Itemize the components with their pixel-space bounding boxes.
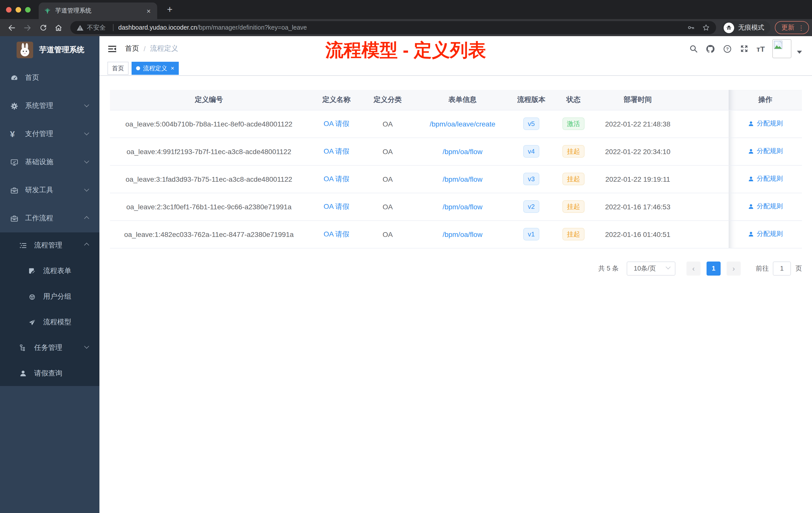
table-header-row: 定义编号定义名称定义分类表单信息流程版本状态部署时间操作 xyxy=(110,90,802,110)
definition-id: oa_leave:4:991f2193-7b7f-11ec-a3c8-acde4… xyxy=(110,138,308,165)
sidebar-item-6[interactable]: 流程管理 xyxy=(0,233,99,258)
maximize-window-button[interactable] xyxy=(25,7,31,12)
font-size-icon[interactable]: тT xyxy=(756,44,765,53)
breadcrumb-home[interactable]: 首页 xyxy=(125,44,139,53)
status-badge: 挂起 xyxy=(562,200,584,213)
sidebar-item-label: 请假查询 xyxy=(34,369,62,378)
form-link[interactable]: /bpm/oa/flow xyxy=(443,203,483,211)
sidebar-item-7[interactable]: 流程表单 xyxy=(0,258,99,283)
url-path: /bpm/manager/definition?key=oa_leave xyxy=(197,24,307,31)
sidebar-item-5[interactable]: 工作流程 xyxy=(0,204,99,233)
bookmark-star-icon[interactable] xyxy=(702,24,710,32)
user-avatar[interactable] xyxy=(772,39,791,58)
deploy-time: 2022-01-16 01:40:51 xyxy=(599,220,676,248)
new-tab-button[interactable]: + xyxy=(164,4,176,16)
definition-id: oa_leave:2:3c1f0ef1-76b1-11ec-9c66-a2380… xyxy=(110,193,308,220)
toolbox-icon xyxy=(10,186,21,194)
assign-rule-link[interactable]: 分配规则 xyxy=(748,175,783,183)
sidebar-item-2[interactable]: ¥支付管理 xyxy=(0,120,99,148)
definition-category: OA xyxy=(365,110,410,138)
password-key-icon[interactable] xyxy=(687,24,695,32)
monitor-icon xyxy=(10,158,21,167)
fullscreen-icon[interactable] xyxy=(740,44,749,53)
form-icon xyxy=(28,267,39,275)
definition-name-link[interactable]: OA 请假 xyxy=(324,175,349,182)
deploy-time: 2022-01-22 20:34:10 xyxy=(599,138,676,165)
sidebar-item-label: 流程管理 xyxy=(34,241,62,250)
tab-close-icon[interactable]: × xyxy=(145,7,152,14)
assign-rule-label: 分配规则 xyxy=(757,119,783,128)
current-page-button[interactable]: 1 xyxy=(706,261,721,275)
sidebar-collapse-icon[interactable] xyxy=(108,44,117,54)
goto-page-input[interactable] xyxy=(773,261,791,275)
next-page-button[interactable]: › xyxy=(727,261,741,275)
form-link[interactable]: /bpm/oa/flow xyxy=(443,147,483,155)
url-domain: dashboard.yudao.iocoder.cn xyxy=(118,24,197,31)
minimize-window-button[interactable] xyxy=(16,7,21,12)
broken-image-icon xyxy=(774,41,782,49)
sidebar-item-9[interactable]: 流程模型 xyxy=(0,309,99,335)
table-header-cell: 定义分类 xyxy=(365,90,410,110)
definition-id: oa_leave:1:482ec033-762a-11ec-8477-a2380… xyxy=(110,220,308,248)
tag-process-definition[interactable]: 流程定义 × xyxy=(132,62,179,75)
form-link[interactable]: /bpm/oa/flow xyxy=(443,175,483,183)
page-size-select[interactable]: 10条/页 xyxy=(627,261,675,275)
address-bar[interactable]: 不安全 dashboard.yudao.iocoder.cn/bpm/manag… xyxy=(70,21,716,34)
home-icon[interactable] xyxy=(51,21,66,35)
search-icon[interactable] xyxy=(689,44,698,53)
prev-page-button[interactable]: ‹ xyxy=(687,261,700,275)
app-logo[interactable]: 芋道管理系统 xyxy=(0,36,99,64)
table-header-cell: 定义编号 xyxy=(110,90,308,110)
sidebar-item-label: 工作流程 xyxy=(25,214,53,223)
assign-rule-link[interactable]: 分配规则 xyxy=(748,202,783,211)
table-row: oa_leave:2:3c1f0ef1-76b1-11ec-9c66-a2380… xyxy=(110,193,802,220)
forward-icon[interactable] xyxy=(20,21,35,35)
table-row-filler xyxy=(676,110,729,138)
tag-home[interactable]: 首页 xyxy=(108,62,128,75)
help-icon[interactable]: ? xyxy=(723,44,732,54)
tag-close-icon[interactable]: × xyxy=(171,65,174,71)
definition-id: oa_leave:5:004b710b-7b8a-11ec-8ef0-acde4… xyxy=(110,110,308,138)
sidebar-item-0[interactable]: 首页 xyxy=(0,64,99,92)
sidebar-item-8[interactable]: 用户分组 xyxy=(0,283,99,309)
chevron-down-icon xyxy=(84,102,89,107)
browser-menu-icon[interactable]: ⋮ xyxy=(798,24,805,31)
url-divider xyxy=(113,24,113,31)
form-link[interactable]: /bpm/oa/flow xyxy=(443,230,483,238)
sidebar-item-4[interactable]: 研发工具 xyxy=(0,176,99,204)
deploy-time: 2022-01-22 21:48:38 xyxy=(599,110,676,138)
definition-id: oa_leave:3:1fad3d93-7b75-11ec-a3c8-acde4… xyxy=(110,165,308,193)
browser-tab[interactable]: 芋道管理系统 × xyxy=(39,2,157,19)
browser-update-button[interactable]: 更新 ⋮ xyxy=(775,21,809,34)
definition-name-link[interactable]: OA 请假 xyxy=(324,147,349,155)
definition-category: OA xyxy=(365,193,410,220)
sidebar-item-1[interactable]: 系统管理 xyxy=(0,92,99,120)
update-label: 更新 xyxy=(781,23,794,32)
sidebar-item-10[interactable]: 任务管理 xyxy=(0,335,99,360)
version-badge: v4 xyxy=(523,145,539,158)
breadcrumb-current: 流程定义 xyxy=(150,44,178,53)
back-icon[interactable] xyxy=(4,21,20,35)
assign-rule-label: 分配规则 xyxy=(757,147,783,156)
definition-name-link[interactable]: OA 请假 xyxy=(324,202,349,210)
navbar: 首页 / 流程定义 流程模型 - 定义列表 ? тT xyxy=(99,36,812,61)
assign-rule-link[interactable]: 分配规则 xyxy=(748,147,783,156)
definition-name-link[interactable]: OA 请假 xyxy=(324,230,349,238)
logo-avatar xyxy=(17,42,33,58)
reload-icon[interactable] xyxy=(35,21,51,35)
version-badge: v5 xyxy=(523,117,539,130)
assign-rule-link[interactable]: 分配规则 xyxy=(748,119,783,128)
close-window-button[interactable] xyxy=(6,7,11,12)
assign-rule-link[interactable]: 分配规则 xyxy=(748,230,783,239)
table-row: oa_leave:1:482ec033-762a-11ec-8477-a2380… xyxy=(110,220,802,248)
tags-view-bar: 首页 流程定义 × xyxy=(99,61,812,76)
definition-name-link[interactable]: OA 请假 xyxy=(324,119,349,127)
sidebar-item-3[interactable]: 基础设施 xyxy=(0,148,99,176)
sidebar-item-11[interactable]: 请假查询 xyxy=(0,360,99,386)
chevron-down-icon[interactable] xyxy=(797,51,802,54)
assignee-icon xyxy=(748,148,754,155)
goto-label: 前往 xyxy=(756,264,769,273)
form-link[interactable]: /bpm/oa/leave/create xyxy=(430,120,495,128)
table-row-filler xyxy=(676,220,729,248)
github-icon[interactable] xyxy=(706,44,715,54)
